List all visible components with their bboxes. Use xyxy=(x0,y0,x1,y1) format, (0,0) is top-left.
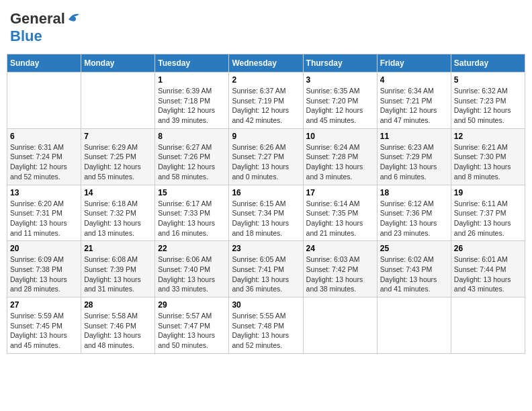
day-info: Sunrise: 6:06 AMSunset: 7:40 PMDaylight:… xyxy=(158,255,226,294)
logo-general-text: General xyxy=(10,10,65,28)
calendar-cell: 18Sunrise: 6:12 AMSunset: 7:36 PMDayligh… xyxy=(377,185,451,241)
calendar-cell xyxy=(303,298,377,354)
calendar-cell: 19Sunrise: 6:11 AMSunset: 7:37 PMDayligh… xyxy=(451,185,525,241)
calendar-cell: 2Sunrise: 6:37 AMSunset: 7:19 PMDaylight… xyxy=(229,73,303,129)
calendar-cell xyxy=(81,73,155,129)
day-of-week-header: Sunday xyxy=(7,54,81,73)
day-info: Sunrise: 6:14 AMSunset: 7:35 PMDaylight:… xyxy=(306,199,374,238)
day-info: Sunrise: 6:01 AMSunset: 7:44 PMDaylight:… xyxy=(454,255,522,294)
day-number: 25 xyxy=(380,244,448,253)
calendar-cell: 6Sunrise: 6:31 AMSunset: 7:24 PMDaylight… xyxy=(7,128,81,185)
calendar-week-row: 20Sunrise: 6:09 AMSunset: 7:38 PMDayligh… xyxy=(7,241,525,298)
day-number: 7 xyxy=(84,132,152,141)
day-info: Sunrise: 6:24 AMSunset: 7:28 PMDaylight:… xyxy=(306,142,374,182)
day-number: 29 xyxy=(158,300,226,310)
day-of-week-header: Tuesday xyxy=(155,54,229,73)
day-number: 2 xyxy=(232,75,300,85)
day-number: 16 xyxy=(232,188,300,197)
day-info: Sunrise: 5:58 AMSunset: 7:46 PMDaylight:… xyxy=(84,311,152,351)
day-info: Sunrise: 5:55 AMSunset: 7:48 PMDaylight:… xyxy=(232,311,300,351)
day-of-week-header: Monday xyxy=(81,54,155,73)
calendar-cell: 4Sunrise: 6:34 AMSunset: 7:21 PMDaylight… xyxy=(377,73,451,129)
day-info: Sunrise: 6:27 AMSunset: 7:26 PMDaylight:… xyxy=(158,142,226,182)
day-info: Sunrise: 6:37 AMSunset: 7:19 PMDaylight:… xyxy=(232,86,300,126)
calendar-week-row: 1Sunrise: 6:39 AMSunset: 7:18 PMDaylight… xyxy=(7,73,525,129)
calendar-cell: 26Sunrise: 6:01 AMSunset: 7:44 PMDayligh… xyxy=(451,241,525,298)
calendar-cell: 17Sunrise: 6:14 AMSunset: 7:35 PMDayligh… xyxy=(303,185,377,241)
day-number: 17 xyxy=(306,188,374,197)
day-number: 15 xyxy=(158,188,226,197)
day-info: Sunrise: 6:05 AMSunset: 7:41 PMDaylight:… xyxy=(232,255,300,294)
calendar-cell: 1Sunrise: 6:39 AMSunset: 7:18 PMDaylight… xyxy=(155,73,229,129)
day-number: 1 xyxy=(158,75,226,85)
day-number: 14 xyxy=(84,188,152,197)
calendar-cell: 28Sunrise: 5:58 AMSunset: 7:46 PMDayligh… xyxy=(81,298,155,354)
day-number: 13 xyxy=(10,188,78,197)
day-info: Sunrise: 6:39 AMSunset: 7:18 PMDaylight:… xyxy=(158,86,226,126)
day-number: 8 xyxy=(158,132,226,141)
day-info: Sunrise: 6:21 AMSunset: 7:30 PMDaylight:… xyxy=(454,142,522,182)
day-number: 4 xyxy=(380,75,448,85)
day-info: Sunrise: 6:03 AMSunset: 7:42 PMDaylight:… xyxy=(306,255,374,294)
calendar-header-row: SundayMondayTuesdayWednesdayThursdayFrid… xyxy=(7,54,525,73)
day-info: Sunrise: 6:26 AMSunset: 7:27 PMDaylight:… xyxy=(232,142,300,182)
day-number: 28 xyxy=(84,300,152,310)
calendar-cell xyxy=(7,73,81,129)
day-number: 23 xyxy=(232,244,300,253)
day-number: 5 xyxy=(454,75,522,85)
calendar-cell: 11Sunrise: 6:23 AMSunset: 7:29 PMDayligh… xyxy=(377,128,451,185)
day-number: 30 xyxy=(232,300,300,310)
calendar-cell: 16Sunrise: 6:15 AMSunset: 7:34 PMDayligh… xyxy=(229,185,303,241)
calendar-cell: 3Sunrise: 6:35 AMSunset: 7:20 PMDaylight… xyxy=(303,73,377,129)
day-number: 3 xyxy=(306,75,374,85)
calendar-cell: 21Sunrise: 6:08 AMSunset: 7:39 PMDayligh… xyxy=(81,241,155,298)
day-info: Sunrise: 6:23 AMSunset: 7:29 PMDaylight:… xyxy=(380,142,448,182)
calendar-cell: 24Sunrise: 6:03 AMSunset: 7:42 PMDayligh… xyxy=(303,241,377,298)
day-number: 18 xyxy=(380,188,448,197)
day-info: Sunrise: 6:32 AMSunset: 7:23 PMDaylight:… xyxy=(454,86,522,126)
calendar-cell: 30Sunrise: 5:55 AMSunset: 7:48 PMDayligh… xyxy=(229,298,303,354)
calendar-week-row: 13Sunrise: 6:20 AMSunset: 7:31 PMDayligh… xyxy=(7,185,525,241)
calendar-cell: 15Sunrise: 6:17 AMSunset: 7:33 PMDayligh… xyxy=(155,185,229,241)
day-info: Sunrise: 5:59 AMSunset: 7:45 PMDaylight:… xyxy=(10,311,78,351)
calendar-cell: 27Sunrise: 5:59 AMSunset: 7:45 PMDayligh… xyxy=(7,298,81,354)
day-info: Sunrise: 6:02 AMSunset: 7:43 PMDaylight:… xyxy=(380,255,448,294)
day-of-week-header: Wednesday xyxy=(229,54,303,73)
calendar-cell: 22Sunrise: 6:06 AMSunset: 7:40 PMDayligh… xyxy=(155,241,229,298)
day-number: 10 xyxy=(306,132,374,141)
calendar-cell: 29Sunrise: 5:57 AMSunset: 7:47 PMDayligh… xyxy=(155,298,229,354)
calendar-cell: 23Sunrise: 6:05 AMSunset: 7:41 PMDayligh… xyxy=(229,241,303,298)
calendar-cell: 7Sunrise: 6:29 AMSunset: 7:25 PMDaylight… xyxy=(81,128,155,185)
calendar-cell: 8Sunrise: 6:27 AMSunset: 7:26 PMDaylight… xyxy=(155,128,229,185)
day-of-week-header: Saturday xyxy=(451,54,525,73)
calendar-week-row: 27Sunrise: 5:59 AMSunset: 7:45 PMDayligh… xyxy=(7,298,525,354)
day-info: Sunrise: 6:09 AMSunset: 7:38 PMDaylight:… xyxy=(10,255,78,294)
logo-bird-icon xyxy=(67,11,82,24)
day-info: Sunrise: 6:35 AMSunset: 7:20 PMDaylight:… xyxy=(306,86,374,126)
day-number: 20 xyxy=(10,244,78,253)
day-number: 22 xyxy=(158,244,226,253)
day-info: Sunrise: 6:08 AMSunset: 7:39 PMDaylight:… xyxy=(84,255,152,294)
calendar-cell: 9Sunrise: 6:26 AMSunset: 7:27 PMDaylight… xyxy=(229,128,303,185)
calendar-table: SundayMondayTuesdayWednesdayThursdayFrid… xyxy=(7,54,525,354)
day-info: Sunrise: 6:31 AMSunset: 7:24 PMDaylight:… xyxy=(10,142,78,182)
day-info: Sunrise: 6:15 AMSunset: 7:34 PMDaylight:… xyxy=(232,199,300,238)
calendar-cell xyxy=(377,298,451,354)
calendar-cell: 12Sunrise: 6:21 AMSunset: 7:30 PMDayligh… xyxy=(451,128,525,185)
day-info: Sunrise: 6:11 AMSunset: 7:37 PMDaylight:… xyxy=(454,199,522,238)
calendar-cell: 13Sunrise: 6:20 AMSunset: 7:31 PMDayligh… xyxy=(7,185,81,241)
calendar-cell: 20Sunrise: 6:09 AMSunset: 7:38 PMDayligh… xyxy=(7,241,81,298)
logo: General Blue xyxy=(10,10,82,45)
page-header: General Blue xyxy=(7,7,525,48)
day-number: 26 xyxy=(454,244,522,253)
day-info: Sunrise: 6:34 AMSunset: 7:21 PMDaylight:… xyxy=(380,86,448,126)
day-of-week-header: Thursday xyxy=(303,54,377,73)
day-number: 12 xyxy=(454,132,522,141)
day-info: Sunrise: 6:29 AMSunset: 7:25 PMDaylight:… xyxy=(84,142,152,182)
day-number: 9 xyxy=(232,132,300,141)
day-number: 6 xyxy=(10,132,78,141)
calendar-cell: 25Sunrise: 6:02 AMSunset: 7:43 PMDayligh… xyxy=(377,241,451,298)
day-of-week-header: Friday xyxy=(377,54,451,73)
day-number: 19 xyxy=(454,188,522,197)
day-info: Sunrise: 5:57 AMSunset: 7:47 PMDaylight:… xyxy=(158,311,226,351)
